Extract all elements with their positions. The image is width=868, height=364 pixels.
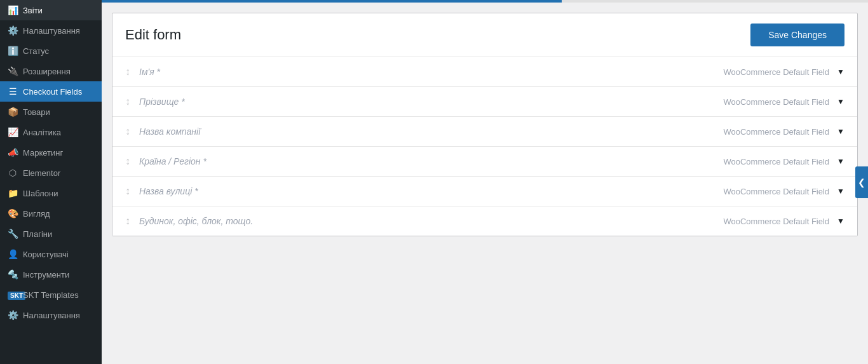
field-label-company: Назва компанії [139,126,723,137]
field-type-last-name: WooCommerce Default Field [723,97,829,107]
field-dropdown-icon-company[interactable]: ▼ [837,127,844,136]
field-type-address2: WooCommerce Default Field [723,217,829,226]
field-label-address: Назва вулиці * [139,186,723,196]
field-dropdown-icon-address2[interactable]: ▼ [837,217,844,226]
chevron-left-icon: ❮ [858,177,865,187]
sort-icon-first-name: ↕ [125,66,130,78]
sort-icon-last-name: ↕ [125,96,130,107]
marketing-icon: 📣 [8,147,18,158]
edit-form-header: Edit form Save Changes [112,13,857,57]
sidebar-label-extensions: Розширення [23,67,71,76]
field-dropdown-icon-country[interactable]: ▼ [837,157,844,166]
sidebar-item-tools[interactable]: 🔩Інструменти [0,264,102,285]
sort-icon-company: ↕ [125,126,130,137]
sidebar-label-marketing: Маркетинг [23,148,63,158]
sidebar-label-skt-templates: SKT Templates [23,290,79,300]
sidebar-label-tools: Інструменти [23,270,69,280]
save-changes-button[interactable]: Save Changes [750,24,844,46]
sort-icon-country: ↕ [125,156,130,167]
skt-templates-icon: SKT [8,290,18,300]
field-dropdown-icon-address[interactable]: ▼ [837,187,844,196]
plugins-icon: 🔧 [8,229,18,239]
field-row-last-name[interactable]: ↕Прізвище *WooCommerce Default Field▼ [112,87,857,117]
field-row-first-name[interactable]: ↕Ім'я *WooCommerce Default Field▼ [112,57,857,87]
fields-list: ↕Ім'я *WooCommerce Default Field▼↕Прізви… [112,57,857,236]
appearance-icon: 🎨 [8,208,18,219]
sidebar: 📊Звіти⚙️Налаштуванняℹ️Статус🔌Розширення☰… [0,0,102,364]
tools-icon: 🔩 [8,269,18,280]
elementor-icon: ⬡ [8,168,18,178]
field-type-company: WooCommerce Default Field [723,127,829,137]
sidebar-item-checkout-fields[interactable]: ☰Checkout Fields [0,81,102,102]
sidebar-item-reports[interactable]: 📊Звіти [0,0,102,20]
sidebar-item-extensions[interactable]: 🔌Розширення [0,61,102,81]
sidebar-item-products[interactable]: 📦Товари [0,102,102,122]
field-dropdown-icon-last-name[interactable]: ▼ [837,97,844,106]
sidebar-label-status: Статус [23,46,49,56]
field-row-country[interactable]: ↕Країна / Регіон *WooCommerce Default Fi… [112,147,857,177]
sidebar-label-users: Користувачі [23,250,69,259]
sidebar-item-appearance[interactable]: 🎨Вигляд [0,203,102,224]
field-type-country: WooCommerce Default Field [723,157,829,166]
page-title: Edit form [125,27,181,43]
sidebar-label-plugins: Плагіни [23,229,52,239]
sidebar-label-settings-main: Налаштування [23,26,80,36]
sidebar-item-skt-templates[interactable]: SKTSKT Templates [0,285,102,305]
analytics-icon: 📈 [8,127,18,137]
sidebar-label-reports: Звіти [23,6,43,15]
main-content: Edit form Save Changes ↕Ім'я *WooCommerc… [102,0,868,364]
sidebar-item-settings-main[interactable]: ⚙️Налаштування [0,20,102,41]
checkout-fields-icon: ☰ [8,86,18,97]
sidebar-item-marketing[interactable]: 📣Маркетинг [0,142,102,163]
sidebar-item-plugins[interactable]: 🔧Плагіни [0,224,102,244]
users-icon: 👤 [8,249,18,259]
products-icon: 📦 [8,107,18,117]
sidebar-label-appearance: Вигляд [23,209,50,219]
sort-icon-address2: ↕ [125,215,130,227]
templates-icon: 📁 [8,188,18,198]
sidebar-item-users[interactable]: 👤Користувачі [0,244,102,264]
sidebar-item-settings-bottom[interactable]: ⚙️Налаштування [0,305,102,325]
field-row-address2[interactable]: ↕Будинок, офіс, блок, тощо.WooCommerce D… [112,206,857,236]
field-type-address: WooCommerce Default Field [723,187,829,196]
field-dropdown-icon-first-name[interactable]: ▼ [837,67,844,76]
sidebar-item-elementor[interactable]: ⬡Elementor [0,163,102,183]
sidebar-label-checkout-fields: Checkout Fields [23,87,82,97]
field-type-first-name: WooCommerce Default Field [723,67,829,77]
settings-bottom-icon: ⚙️ [8,310,18,320]
sidebar-label-elementor: Elementor [23,168,60,178]
edit-form-container: Edit form Save Changes ↕Ім'я *WooCommerc… [112,13,858,236]
top-progress-bar [102,0,868,3]
field-label-country: Країна / Регіон * [139,156,723,166]
field-label-last-name: Прізвище * [139,97,723,107]
sidebar-label-products: Товари [23,107,50,117]
sidebar-label-templates: Шаблони [23,189,58,198]
field-row-company[interactable]: ↕Назва компаніїWooCommerce Default Field… [112,117,857,147]
sidebar-item-templates[interactable]: 📁Шаблони [0,183,102,203]
reports-icon: 📊 [8,5,18,15]
collapse-sidebar-button[interactable]: ❮ [855,166,868,198]
sidebar-label-settings-bottom: Налаштування [23,311,80,320]
progress-fill [102,0,562,3]
field-row-address[interactable]: ↕Назва вулиці *WooCommerce Default Field… [112,177,857,206]
status-icon: ℹ️ [8,46,18,56]
settings-main-icon: ⚙️ [8,25,18,36]
sidebar-item-status[interactable]: ℹ️Статус [0,41,102,61]
field-label-first-name: Ім'я * [139,67,723,77]
extensions-icon: 🔌 [8,66,18,76]
sidebar-label-analytics: Аналітика [23,128,61,137]
sidebar-item-analytics[interactable]: 📈Аналітика [0,122,102,142]
sort-icon-address: ↕ [125,185,130,197]
field-label-address2: Будинок, офіс, блок, тощо. [139,216,723,226]
